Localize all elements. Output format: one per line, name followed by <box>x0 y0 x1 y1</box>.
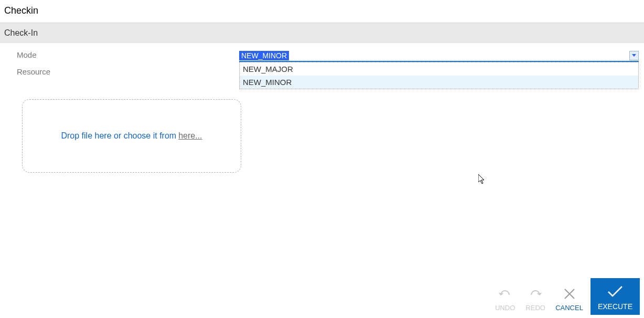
check-icon <box>606 282 624 300</box>
execute-button[interactable]: EXECUTE <box>591 278 640 315</box>
mode-dropdown: NEW_MAJOR NEW_MINOR <box>239 62 639 89</box>
file-dropzone[interactable]: Drop file here or choose it from here... <box>22 99 241 173</box>
mode-select-value: NEW_MINOR <box>239 51 289 60</box>
dropzone-text: Drop file here or choose it from <box>61 131 176 141</box>
chevron-down-icon[interactable] <box>629 51 639 60</box>
dropzone-link[interactable]: here... <box>178 131 202 141</box>
undo-button: UNDO <box>492 282 518 315</box>
section-header: Check-In <box>0 23 644 43</box>
undo-icon <box>498 285 512 303</box>
mode-row: Mode NEW_MINOR NEW_MAJOR NEW_MINOR <box>17 50 644 62</box>
mode-label: Mode <box>17 50 239 59</box>
redo-icon <box>528 285 543 303</box>
close-icon <box>562 285 577 303</box>
mode-option-new-minor[interactable]: NEW_MINOR <box>240 76 638 89</box>
execute-label: EXECUTE <box>598 302 632 311</box>
cursor-icon <box>478 174 487 185</box>
redo-label: REDO <box>525 304 545 312</box>
cancel-button[interactable]: CANCEL <box>553 282 585 315</box>
redo-button: REDO <box>523 282 548 315</box>
mode-select[interactable]: NEW_MINOR NEW_MAJOR NEW_MINOR <box>239 50 639 62</box>
resource-label: Resource <box>17 67 239 76</box>
undo-label: UNDO <box>495 304 515 312</box>
page-title: Checkin <box>0 0 644 23</box>
mode-option-new-major[interactable]: NEW_MAJOR <box>240 62 638 76</box>
cancel-label: CANCEL <box>555 304 583 312</box>
footer: UNDO REDO CANCEL EXECUTE <box>492 278 644 315</box>
